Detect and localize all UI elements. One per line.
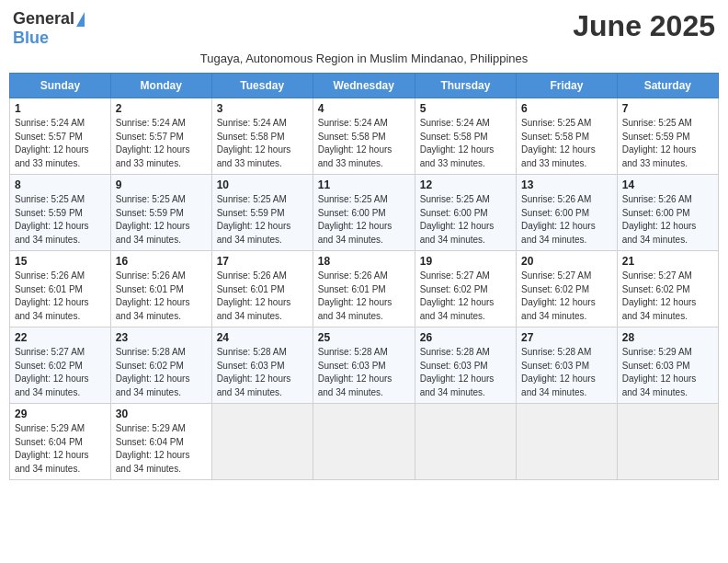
calendar-day-cell: 18Sunrise: 5:26 AM Sunset: 6:01 PM Dayli… [313,251,415,327]
day-info: Sunrise: 5:27 AM Sunset: 6:02 PM Dayligh… [622,270,713,323]
day-number: 6 [521,102,612,115]
day-number: 28 [622,331,713,344]
day-number: 26 [420,331,511,344]
day-info: Sunrise: 5:24 AM Sunset: 5:58 PM Dayligh… [217,117,308,170]
calendar-week-row: 15Sunrise: 5:26 AM Sunset: 6:01 PM Dayli… [10,251,719,327]
day-info: Sunrise: 5:28 AM Sunset: 6:02 PM Dayligh… [116,346,207,399]
day-of-week-header: Tuesday [211,74,313,98]
day-of-week-header: Wednesday [313,74,415,98]
calendar-day-cell [617,404,718,480]
logo-general: General [13,9,74,29]
calendar-day-cell: 17Sunrise: 5:26 AM Sunset: 6:01 PM Dayli… [211,251,313,327]
day-number: 27 [521,331,612,344]
calendar-day-cell: 11Sunrise: 5:25 AM Sunset: 6:00 PM Dayli… [313,175,415,251]
day-number: 1 [15,102,106,115]
month-title: June 2025 [573,9,715,43]
day-number: 24 [217,331,308,344]
day-info: Sunrise: 5:27 AM Sunset: 6:02 PM Dayligh… [15,346,106,399]
day-info: Sunrise: 5:26 AM Sunset: 6:01 PM Dayligh… [15,270,106,323]
day-info: Sunrise: 5:24 AM Sunset: 5:58 PM Dayligh… [318,117,410,170]
day-number: 30 [116,408,207,420]
day-info: Sunrise: 5:25 AM Sunset: 5:58 PM Dayligh… [521,117,612,170]
calendar-day-cell: 26Sunrise: 5:28 AM Sunset: 6:03 PM Dayli… [415,327,516,404]
calendar-day-cell: 28Sunrise: 5:29 AM Sunset: 6:03 PM Dayli… [617,327,718,404]
day-number: 8 [15,178,106,191]
day-info: Sunrise: 5:29 AM Sunset: 6:04 PM Dayligh… [116,422,207,476]
logo: General Blue [13,9,85,48]
day-number: 21 [622,255,713,268]
day-info: Sunrise: 5:28 AM Sunset: 6:03 PM Dayligh… [217,346,308,399]
logo-triangle-icon [76,12,85,27]
calendar-day-cell [211,404,313,480]
day-info: Sunrise: 5:28 AM Sunset: 6:03 PM Dayligh… [318,346,410,399]
day-of-week-header: Saturday [617,74,718,98]
calendar-day-cell: 2Sunrise: 5:24 AM Sunset: 5:57 PM Daylig… [110,98,211,175]
calendar-day-cell: 13Sunrise: 5:26 AM Sunset: 6:00 PM Dayli… [517,175,618,251]
calendar-day-cell: 27Sunrise: 5:28 AM Sunset: 6:03 PM Dayli… [517,327,618,404]
calendar-week-row: 22Sunrise: 5:27 AM Sunset: 6:02 PM Dayli… [10,327,719,404]
day-number: 22 [15,331,106,344]
day-number: 13 [521,178,612,191]
calendar-header-row: SundayMondayTuesdayWednesdayThursdayFrid… [10,74,719,98]
day-info: Sunrise: 5:27 AM Sunset: 6:02 PM Dayligh… [521,270,612,323]
day-number: 23 [116,331,207,344]
day-number: 3 [217,102,308,115]
calendar-body: 1Sunrise: 5:24 AM Sunset: 5:57 PM Daylig… [10,98,719,480]
day-info: Sunrise: 5:28 AM Sunset: 6:03 PM Dayligh… [521,346,612,399]
calendar-day-cell: 14Sunrise: 5:26 AM Sunset: 6:00 PM Dayli… [617,175,718,251]
calendar-day-cell: 1Sunrise: 5:24 AM Sunset: 5:57 PM Daylig… [10,98,111,175]
calendar-day-cell: 20Sunrise: 5:27 AM Sunset: 6:02 PM Dayli… [517,251,618,327]
day-info: Sunrise: 5:25 AM Sunset: 5:59 PM Dayligh… [217,193,308,247]
day-info: Sunrise: 5:27 AM Sunset: 6:02 PM Dayligh… [420,270,511,323]
day-of-week-header: Monday [110,74,211,98]
calendar-day-cell: 22Sunrise: 5:27 AM Sunset: 6:02 PM Dayli… [10,327,111,404]
day-info: Sunrise: 5:24 AM Sunset: 5:57 PM Dayligh… [116,117,207,170]
day-info: Sunrise: 5:26 AM Sunset: 6:00 PM Dayligh… [521,193,612,247]
day-number: 25 [318,331,410,344]
calendar-day-cell: 10Sunrise: 5:25 AM Sunset: 5:59 PM Dayli… [211,175,313,251]
day-number: 17 [217,255,308,268]
day-of-week-header: Friday [517,74,618,98]
day-number: 18 [318,255,410,268]
calendar-day-cell [313,404,415,480]
calendar-day-cell: 7Sunrise: 5:25 AM Sunset: 5:59 PM Daylig… [617,98,718,175]
subtitle: Tugaya, Autonomous Region in Muslim Mind… [9,52,719,65]
calendar-day-cell: 30Sunrise: 5:29 AM Sunset: 6:04 PM Dayli… [110,404,211,480]
header: General Blue June 2025 [9,9,719,48]
day-info: Sunrise: 5:29 AM Sunset: 6:03 PM Dayligh… [622,346,713,399]
day-number: 4 [318,102,410,115]
calendar-day-cell: 16Sunrise: 5:26 AM Sunset: 6:01 PM Dayli… [110,251,211,327]
calendar-week-row: 29Sunrise: 5:29 AM Sunset: 6:04 PM Dayli… [10,404,719,480]
day-number: 14 [622,178,713,191]
day-info: Sunrise: 5:24 AM Sunset: 5:57 PM Dayligh… [15,117,106,170]
day-info: Sunrise: 5:25 AM Sunset: 6:00 PM Dayligh… [420,193,511,247]
day-info: Sunrise: 5:26 AM Sunset: 6:01 PM Dayligh… [318,270,410,323]
day-number: 12 [420,178,511,191]
logo-blue: Blue [13,29,49,48]
calendar-day-cell: 5Sunrise: 5:24 AM Sunset: 5:58 PM Daylig… [415,98,516,175]
day-number: 10 [217,178,308,191]
day-number: 19 [420,255,511,268]
calendar-day-cell: 29Sunrise: 5:29 AM Sunset: 6:04 PM Dayli… [10,404,111,480]
calendar-day-cell: 3Sunrise: 5:24 AM Sunset: 5:58 PM Daylig… [211,98,313,175]
calendar-day-cell: 6Sunrise: 5:25 AM Sunset: 5:58 PM Daylig… [517,98,618,175]
calendar-day-cell: 24Sunrise: 5:28 AM Sunset: 6:03 PM Dayli… [211,327,313,404]
calendar-day-cell: 19Sunrise: 5:27 AM Sunset: 6:02 PM Dayli… [415,251,516,327]
day-info: Sunrise: 5:28 AM Sunset: 6:03 PM Dayligh… [420,346,511,399]
day-info: Sunrise: 5:26 AM Sunset: 6:01 PM Dayligh… [217,270,308,323]
calendar-day-cell: 12Sunrise: 5:25 AM Sunset: 6:00 PM Dayli… [415,175,516,251]
calendar-day-cell: 21Sunrise: 5:27 AM Sunset: 6:02 PM Dayli… [617,251,718,327]
day-number: 9 [116,178,207,191]
day-info: Sunrise: 5:26 AM Sunset: 6:01 PM Dayligh… [116,270,207,323]
calendar-day-cell: 8Sunrise: 5:25 AM Sunset: 5:59 PM Daylig… [10,175,111,251]
day-info: Sunrise: 5:24 AM Sunset: 5:58 PM Dayligh… [420,117,511,170]
calendar-day-cell [517,404,618,480]
calendar-day-cell: 23Sunrise: 5:28 AM Sunset: 6:02 PM Dayli… [110,327,211,404]
day-info: Sunrise: 5:25 AM Sunset: 5:59 PM Dayligh… [15,193,106,247]
calendar-day-cell: 9Sunrise: 5:25 AM Sunset: 5:59 PM Daylig… [110,175,211,251]
day-info: Sunrise: 5:25 AM Sunset: 5:59 PM Dayligh… [116,193,207,247]
day-number: 7 [622,102,713,115]
day-of-week-header: Sunday [10,74,111,98]
calendar-day-cell: 15Sunrise: 5:26 AM Sunset: 6:01 PM Dayli… [10,251,111,327]
calendar-week-row: 1Sunrise: 5:24 AM Sunset: 5:57 PM Daylig… [10,98,719,175]
